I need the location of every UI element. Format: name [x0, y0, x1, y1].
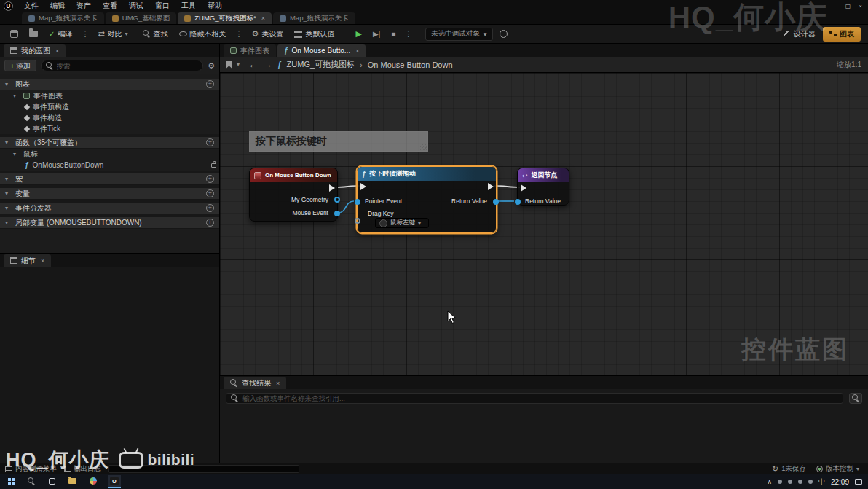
start-button[interactable]: [6, 475, 17, 488]
tree-item-event-graph[interactable]: ▾ 事件图表: [0, 90, 219, 101]
network-icon[interactable]: [798, 480, 802, 484]
blueprint-search-input[interactable]: [57, 62, 199, 70]
tab-details[interactable]: 细节 ×: [4, 254, 51, 267]
blueprint-search-box[interactable]: [41, 60, 204, 71]
compile-options-kebab[interactable]: ⋮: [79, 29, 91, 39]
tab-find-results[interactable]: 查找结果 ×: [224, 377, 286, 389]
breadcrumb-root[interactable]: ZUMG_可拖拽图标: [287, 59, 355, 70]
breadcrumb-current[interactable]: On Mouse Button Down: [368, 60, 453, 69]
class-settings-button[interactable]: ⚙ 类设置: [248, 26, 288, 42]
tab-my-blueprint[interactable]: 我的蓝图 ×: [4, 44, 66, 57]
input-language-indicator[interactable]: 中: [818, 477, 825, 487]
play-button[interactable]: ▶: [351, 26, 366, 42]
add-button[interactable]: + 添加: [4, 60, 36, 71]
add-macro-button[interactable]: +: [206, 175, 214, 183]
debug-object-dropdown[interactable]: 未选中调试对象 ▾: [425, 28, 492, 41]
notification-center-icon[interactable]: [855, 479, 862, 485]
output-log-button[interactable]: 输出日志: [64, 464, 101, 474]
return-value-out-pin[interactable]: [493, 199, 499, 205]
debug-world-button[interactable]: [495, 26, 512, 42]
add-function-button[interactable]: +: [206, 138, 214, 146]
tab-umg-base[interactable]: UMG_基础界面: [106, 12, 176, 24]
find-input-box[interactable]: [226, 393, 843, 404]
hide-unrelated-options-kebab[interactable]: ⋮: [233, 29, 245, 39]
node-detect-drag-if-pressed[interactable]: ƒ 按下时侦测拖动 Pointer Event Return Value Dra…: [357, 166, 497, 233]
find-references-input[interactable]: [242, 394, 838, 402]
frame-skip-button[interactable]: ▶|: [368, 26, 384, 42]
section-macros[interactable]: ▾ 宏 +: [0, 173, 219, 185]
content-drawer-button[interactable]: 内容侧滑菜单: [5, 464, 57, 474]
menu-help[interactable]: 帮助: [202, 0, 228, 12]
tab-map-level-1[interactable]: Map_拖拽演示关卡: [22, 12, 104, 24]
chevron-down-icon[interactable]: ▾: [237, 61, 243, 68]
close-icon[interactable]: ×: [41, 257, 44, 265]
tray-expand-icon[interactable]: ∧: [767, 478, 772, 485]
save-button[interactable]: [6, 26, 23, 42]
stop-button[interactable]: ■: [387, 26, 400, 42]
drag-key-dropdown[interactable]: 鼠标左键 ▾: [375, 218, 429, 228]
close-tab-icon[interactable]: ×: [261, 15, 265, 22]
exec-in-pin[interactable]: [521, 184, 526, 192]
section-dispatchers[interactable]: ▾ 事件分发器 +: [0, 203, 219, 214]
filter-gear-icon[interactable]: ⚙: [208, 62, 215, 70]
menu-file[interactable]: 文件: [18, 0, 44, 12]
menu-edit[interactable]: 编辑: [44, 0, 71, 12]
tray-icon-1[interactable]: [778, 480, 782, 484]
add-variable-button[interactable]: +: [206, 189, 214, 197]
close-icon[interactable]: ×: [355, 47, 359, 55]
add-graph-button[interactable]: +: [206, 80, 214, 88]
comment-node[interactable]: 按下鼠标按键时: [249, 131, 428, 152]
volume-icon[interactable]: [808, 480, 813, 484]
section-local-variables[interactable]: ▾ 局部变量 (ONMOUSEBUTTONDOWN) +: [0, 217, 219, 229]
graph-canvas[interactable]: 按下鼠标按键时 On Mouse Button Down My Geometry…: [220, 73, 868, 375]
hide-unrelated-button[interactable]: 隐藏不相关: [175, 26, 231, 42]
unsaved-changes-button[interactable]: ↻ 1未保存: [772, 464, 806, 474]
maximize-button[interactable]: ▢: [845, 3, 851, 9]
close-icon[interactable]: ×: [276, 380, 280, 387]
menu-debug[interactable]: 调试: [123, 0, 149, 12]
class-defaults-button[interactable]: 类默认值: [290, 26, 339, 42]
tree-item-event-tick[interactable]: 事件Tick: [0, 123, 219, 134]
tray-icon-2[interactable]: [788, 480, 792, 484]
add-local-variable-button[interactable]: +: [206, 219, 214, 227]
tab-on-mouse-button-down[interactable]: ƒ On Mouse Butto... ×: [277, 44, 366, 57]
find-in-blueprints-button[interactable]: [849, 393, 862, 404]
file-explorer-button[interactable]: [66, 475, 79, 488]
bookmark-icon[interactable]: [226, 61, 232, 69]
tab-zumg-draggable[interactable]: ZUMG_可拖拽图标* ×: [178, 12, 272, 24]
menu-view[interactable]: 查看: [97, 0, 123, 12]
node-return[interactable]: ↩ 返回节点 Return Value: [517, 168, 569, 206]
section-graphs[interactable]: ▾ 图表 +: [0, 79, 219, 90]
menu-window[interactable]: 窗口: [149, 0, 175, 12]
console-command-input[interactable]: [108, 465, 299, 473]
menu-tools[interactable]: 工具: [175, 0, 202, 12]
add-dispatcher-button[interactable]: +: [206, 204, 214, 212]
clock[interactable]: 22:09: [831, 478, 849, 486]
section-functions[interactable]: ▾ 函数（35个可覆盖） +: [0, 137, 219, 149]
revision-control-button[interactable]: 版本控制 ▾: [816, 464, 863, 474]
taskbar-search-button[interactable]: [25, 475, 38, 488]
exec-out-pin[interactable]: [488, 183, 494, 190]
tab-map-level-2[interactable]: Map_拖拽演示关卡: [273, 12, 355, 24]
close-window-button[interactable]: ×: [859, 3, 862, 9]
return-value-in-pin[interactable]: [515, 199, 521, 205]
designer-mode-button[interactable]: 设计器: [778, 27, 821, 42]
tree-item-event-pre-construct[interactable]: 事件预构造: [0, 101, 219, 112]
exec-out-pin[interactable]: [329, 184, 335, 192]
browse-button[interactable]: [25, 26, 42, 42]
task-view-button[interactable]: [47, 475, 58, 488]
browser-button[interactable]: [87, 475, 99, 488]
menu-asset[interactable]: 资产: [71, 0, 97, 12]
section-variables[interactable]: ▾ 变量 +: [0, 188, 219, 200]
pointer-event-pin[interactable]: [355, 199, 360, 205]
comment-resize-handle[interactable]: [420, 144, 427, 150]
tab-event-graph[interactable]: 事件图表: [224, 44, 276, 57]
tree-item-event-construct[interactable]: 事件构造: [0, 112, 219, 123]
play-options-kebab[interactable]: ⋮: [402, 29, 414, 39]
unreal-logo-icon[interactable]: U: [4, 1, 13, 11]
minimize-button[interactable]: —: [832, 3, 837, 9]
diff-button[interactable]: ⇄ 对比 ▾: [93, 26, 135, 42]
tree-category-mouse[interactable]: ▾ 鼠标: [0, 149, 219, 160]
close-icon[interactable]: ×: [55, 47, 59, 55]
graph-mode-button[interactable]: 图表: [823, 27, 861, 42]
